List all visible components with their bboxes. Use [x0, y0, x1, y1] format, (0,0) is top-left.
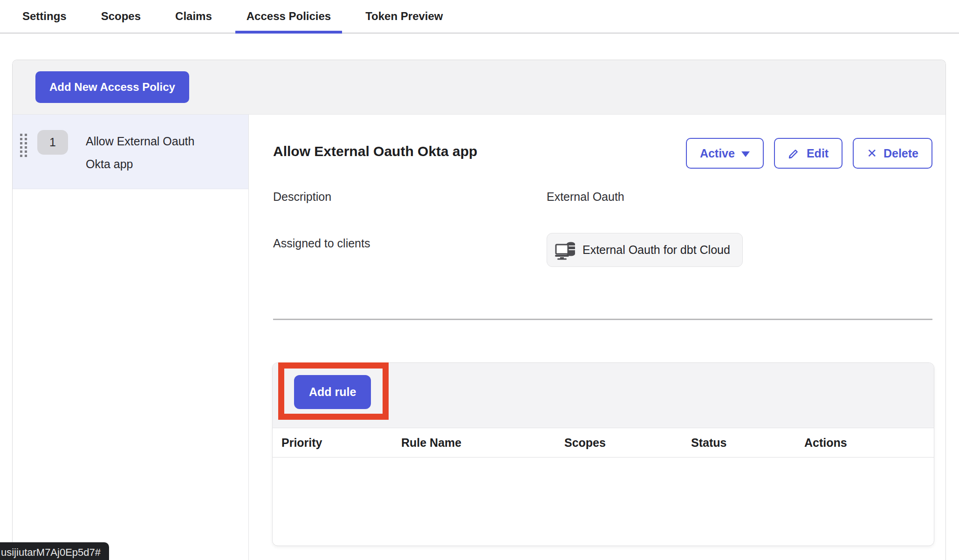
assigned-client-chip: External Oauth for dbt Cloud: [547, 233, 743, 267]
caret-down-icon: [741, 151, 750, 157]
edit-button[interactable]: Edit: [774, 138, 843, 169]
policy-title: Allow External Oauth Okta app: [273, 138, 477, 159]
edit-button-label: Edit: [807, 147, 829, 160]
add-new-access-policy-button[interactable]: Add New Access Policy: [35, 71, 189, 103]
rules-header: Add rule: [273, 363, 934, 428]
policy-list-item[interactable]: 1 Allow External Oauth Okta app: [13, 115, 248, 189]
drag-handle-icon[interactable]: [20, 134, 27, 157]
add-rule-button[interactable]: Add rule: [294, 375, 371, 409]
column-header-status: Status: [691, 436, 804, 450]
link-preview-tooltip: usijiutarM7Aj0Ep5d7#: [0, 542, 109, 560]
status-dropdown-button[interactable]: Active: [686, 138, 764, 169]
description-value: External Oauth: [547, 190, 624, 204]
policy-list-sidebar: 1 Allow External Oauth Okta app: [13, 115, 249, 560]
rules-card: Add rule Priority Rule Name Scopes Statu…: [272, 362, 934, 546]
column-header-rule-name: Rule Name: [401, 436, 564, 450]
column-header-actions: Actions: [804, 436, 934, 450]
delete-button-label: Delete: [884, 147, 918, 160]
tab-scopes[interactable]: Scopes: [90, 0, 152, 33]
column-header-priority: Priority: [281, 436, 401, 450]
pencil-icon: [788, 147, 800, 159]
access-policies-panel: Add New Access Policy 1 Allow External O…: [12, 60, 946, 560]
tab-access-policies[interactable]: Access Policies: [235, 0, 342, 33]
tab-claims[interactable]: Claims: [164, 0, 223, 33]
section-divider: [273, 319, 932, 320]
tab-bar: Settings Scopes Claims Access Policies T…: [0, 0, 959, 34]
description-label: Description: [273, 190, 331, 204]
tab-token-preview[interactable]: Token Preview: [354, 0, 454, 33]
policy-detail-panel: Allow External Oauth Okta app Active Edi…: [249, 115, 945, 560]
assigned-to-clients-label: Assigned to clients: [273, 237, 370, 250]
close-icon: ✕: [867, 146, 877, 161]
column-header-scopes: Scopes: [564, 436, 691, 450]
computer-database-icon: [555, 240, 577, 260]
rules-table-body: [273, 458, 934, 545]
assigned-client-name: External Oauth for dbt Cloud: [582, 243, 730, 257]
tab-settings[interactable]: Settings: [11, 0, 78, 33]
policy-name-label: Allow External Oauth Okta app: [86, 130, 221, 176]
rules-table-header: Priority Rule Name Scopes Status Actions: [273, 428, 934, 458]
policy-action-buttons: Active Edit ✕ Delete: [686, 138, 932, 169]
delete-button[interactable]: ✕ Delete: [853, 138, 932, 169]
status-dropdown-label: Active: [700, 147, 735, 160]
policies-toolbar: Add New Access Policy: [13, 60, 945, 115]
policy-order-badge: 1: [37, 130, 68, 155]
